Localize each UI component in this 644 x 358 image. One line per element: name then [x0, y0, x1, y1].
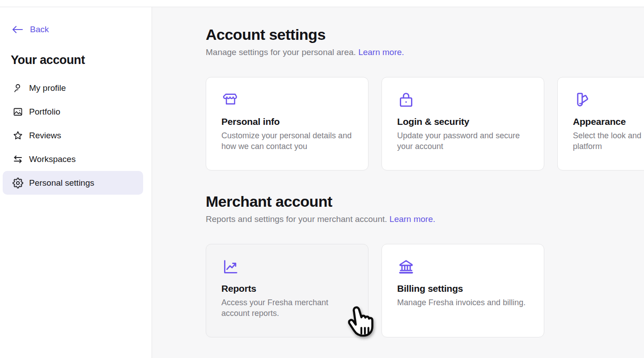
section-subtitle: Manage settings for your personal area. … — [206, 47, 644, 58]
sidebar: Back Your account My profile — [0, 7, 152, 358]
card-description-line: platform — [573, 141, 644, 152]
sidebar-item-personal-settings[interactable]: Personal settings — [3, 171, 143, 195]
star-icon — [13, 130, 23, 141]
card-description: Customize your personal details and how … — [221, 130, 353, 152]
account-settings-cards: Personal info Customize your personal de… — [206, 77, 644, 170]
gear-icon — [13, 178, 23, 188]
card-title: Reports — [221, 283, 353, 294]
card-title: Login & security — [397, 116, 529, 128]
card-personal-info[interactable]: Personal info Customize your personal de… — [206, 77, 369, 170]
sidebar-item-label: My profile — [29, 83, 66, 93]
back-label: Back — [30, 25, 49, 34]
section-subtitle: Reports and settings for your merchant a… — [206, 213, 644, 225]
section-title: Merchant account — [206, 193, 644, 210]
learn-more-link[interactable]: Learn more. — [390, 214, 435, 224]
sidebar-item-label: Reviews — [29, 131, 61, 141]
card-description: Select the look and platform — [573, 130, 644, 152]
card-description: Access your Fresha merchant account repo… — [221, 297, 353, 319]
sidebar-item-label: Personal settings — [29, 178, 94, 188]
arrow-left-icon — [12, 25, 23, 34]
card-login-security[interactable]: Login & security Update your password an… — [381, 77, 544, 170]
learn-more-link[interactable]: Learn more. — [358, 47, 404, 57]
lock-icon — [397, 91, 415, 109]
image-icon — [13, 107, 23, 117]
back-button[interactable]: Back — [0, 23, 152, 36]
chart-trend-icon — [221, 258, 239, 276]
section-merchant-account: Merchant account Reports and settings fo… — [206, 193, 644, 337]
card-description: Update your password and secure your acc… — [397, 130, 529, 152]
card-appearance[interactable]: Appearance Select the look and platform — [557, 77, 644, 170]
swap-arrows-icon — [13, 154, 23, 165]
section-account-settings: Account settings Manage settings for you… — [206, 26, 644, 170]
card-description: Manage Fresha invoices and billing. — [397, 297, 529, 308]
card-title: Personal info — [221, 116, 353, 128]
sidebar-nav: My profile Portfolio Rev — [0, 76, 152, 195]
top-bar — [0, 0, 644, 7]
sidebar-item-portfolio[interactable]: Portfolio — [3, 100, 143, 124]
sidebar-heading: Your account — [11, 53, 152, 67]
sidebar-item-my-profile[interactable]: My profile — [3, 76, 143, 100]
subtitle-text: Reports and settings for your merchant a… — [206, 214, 387, 224]
card-reports[interactable]: Reports Access your Fresha merchant acco… — [206, 244, 369, 337]
card-description-line: Select the look and — [573, 130, 644, 141]
storefront-icon — [221, 91, 239, 109]
bank-icon — [397, 258, 415, 276]
sidebar-item-workspaces[interactable]: Workspaces — [3, 147, 143, 171]
swatches-icon — [573, 91, 591, 109]
page-title: Account settings — [206, 26, 644, 43]
card-billing-settings[interactable]: Billing settings Manage Fresha invoices … — [381, 244, 544, 337]
card-title: Appearance — [573, 116, 644, 128]
sidebar-item-reviews[interactable]: Reviews — [3, 124, 143, 147]
main-content: Account settings Manage settings for you… — [152, 7, 644, 358]
user-icon — [13, 83, 23, 94]
sidebar-item-label: Workspaces — [29, 154, 76, 164]
merchant-account-cards: Reports Access your Fresha merchant acco… — [206, 244, 644, 337]
card-title: Billing settings — [397, 283, 529, 294]
sidebar-item-label: Portfolio — [29, 107, 60, 117]
subtitle-text: Manage settings for your personal area. — [206, 47, 356, 57]
